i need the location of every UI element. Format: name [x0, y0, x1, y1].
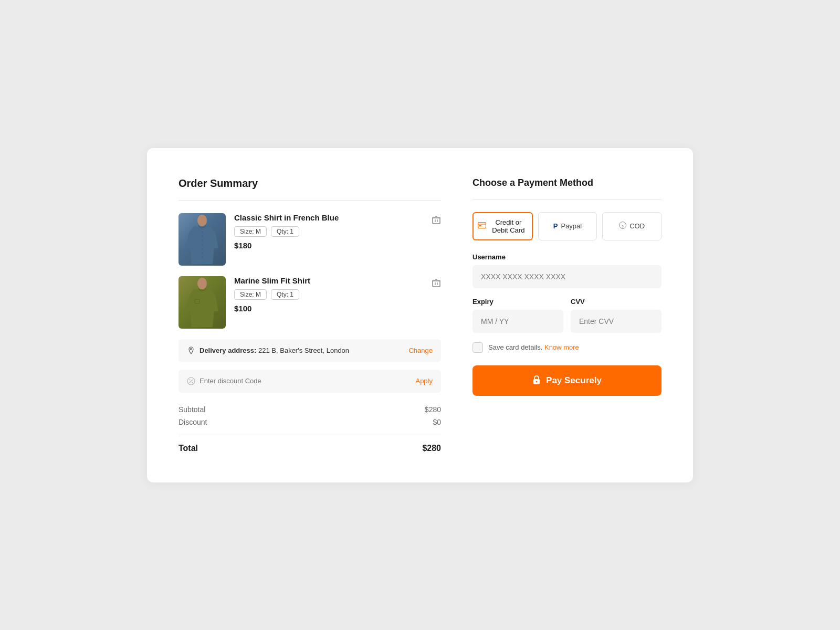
svg-point-18 — [192, 382, 193, 383]
product-image-1 — [178, 213, 226, 266]
pay-button-label: Pay Securely — [546, 375, 602, 386]
credit-card-method-button[interactable]: Credit or Debit Card — [472, 212, 533, 240]
svg-text:$: $ — [622, 225, 624, 228]
username-field-group: Username — [472, 253, 662, 298]
payment-methods-row: Credit or Debit Card P Paypal $ COD — [472, 212, 662, 240]
cvv-input[interactable] — [571, 310, 662, 333]
cod-icon: $ — [619, 222, 626, 230]
shirt-silhouette-olive — [184, 277, 220, 327]
expiry-cvv-row: Expiry CVV — [472, 298, 662, 333]
product-options-1: Size: M Qty: 1 — [234, 226, 423, 237]
payment-title: Choose a Payment Method — [472, 177, 662, 188]
save-card-label: Save card details. — [488, 343, 542, 351]
save-card-text: Save card details. Know more — [488, 343, 579, 351]
product-qty-1[interactable]: Qty: 1 — [271, 226, 299, 237]
svg-rect-9 — [433, 281, 440, 287]
apply-discount-button[interactable]: Apply — [415, 377, 433, 385]
product-item-1: Classic Shirt in French Blue Size: M Qty… — [178, 213, 441, 266]
card-icon — [478, 222, 486, 230]
svg-point-25 — [536, 381, 538, 382]
expiry-field-group: Expiry — [472, 298, 563, 333]
delivery-label: Delivery address: — [200, 346, 256, 354]
payment-panel: Choose a Payment Method Credit or Debit … — [472, 177, 662, 453]
know-more-link[interactable]: Know more — [544, 343, 579, 351]
change-address-button[interactable]: Change — [408, 346, 433, 354]
shirt-silhouette-blue — [184, 214, 220, 264]
discount-row-summary: Discount $0 — [178, 418, 441, 426]
cod-label: COD — [629, 222, 645, 230]
discount-value: $0 — [433, 418, 441, 426]
svg-rect-2 — [433, 218, 440, 224]
credit-card-label: Credit or Debit Card — [489, 218, 528, 234]
username-label: Username — [472, 253, 662, 261]
product-price-2: $100 — [234, 304, 423, 313]
cvv-label: CVV — [571, 298, 662, 306]
total-value: $280 — [422, 444, 441, 453]
delivery-address-row: Delivery address: 221 B, Baker's Street,… — [178, 339, 441, 362]
discount-icon — [187, 377, 195, 385]
product-name-1: Classic Shirt in French Blue — [234, 213, 423, 222]
paypal-icon: P — [553, 222, 558, 230]
order-summary-panel: Order Summary — [178, 177, 441, 453]
product-qty-2[interactable]: Qty: 1 — [271, 289, 299, 300]
delete-product-1-button[interactable] — [432, 215, 441, 227]
discount-code-input[interactable] — [200, 377, 411, 385]
delivery-address: 221 B, Baker's Street, London — [258, 346, 349, 354]
product-size-2[interactable]: Size: M — [234, 289, 267, 300]
total-row: Total $280 — [178, 435, 441, 453]
svg-point-17 — [190, 379, 191, 380]
location-icon — [187, 346, 195, 355]
svg-point-14 — [191, 348, 192, 350]
order-summary-title: Order Summary — [178, 177, 441, 190]
product-image-2 — [178, 276, 226, 329]
expiry-label: Expiry — [472, 298, 563, 306]
delete-product-2-button[interactable] — [432, 278, 441, 290]
price-summary: Subtotal $280 Discount $0 — [178, 405, 441, 426]
delivery-address-text: Delivery address: 221 B, Baker's Street,… — [200, 346, 404, 354]
cod-method-button[interactable]: $ COD — [602, 212, 662, 240]
product-info-1: Classic Shirt in French Blue Size: M Qty… — [234, 213, 423, 250]
pay-securely-button[interactable]: Pay Securely — [472, 365, 662, 396]
cvv-field-group: CVV — [571, 298, 662, 333]
checkout-card: Order Summary — [147, 148, 693, 482]
paypal-method-button[interactable]: P Paypal — [538, 212, 597, 240]
discount-row: Apply — [178, 370, 441, 393]
discount-label: Discount — [178, 418, 207, 426]
save-card-row: Save card details. Know more — [472, 342, 662, 353]
product-item-2: Marine Slim Fit Shirt Size: M Qty: 1 $10… — [178, 276, 441, 329]
subtotal-label: Subtotal — [178, 405, 205, 414]
product-size-1[interactable]: Size: M — [234, 226, 267, 237]
subtotal-value: $280 — [425, 405, 441, 414]
summary-divider — [178, 200, 441, 201]
product-price-1: $180 — [234, 241, 423, 250]
subtotal-row: Subtotal $280 — [178, 405, 441, 414]
save-card-checkbox[interactable] — [472, 342, 483, 353]
total-label: Total — [178, 444, 198, 453]
paypal-label: Paypal — [561, 222, 582, 230]
product-info-2: Marine Slim Fit Shirt Size: M Qty: 1 $10… — [234, 276, 423, 313]
expiry-input[interactable] — [472, 310, 563, 333]
svg-point-0 — [197, 215, 207, 226]
product-name-2: Marine Slim Fit Shirt — [234, 276, 423, 285]
payment-divider — [472, 199, 662, 200]
svg-rect-21 — [479, 225, 481, 226]
lock-icon — [532, 375, 541, 386]
svg-point-7 — [197, 278, 207, 289]
username-input[interactable] — [472, 265, 662, 288]
product-options-2: Size: M Qty: 1 — [234, 289, 423, 300]
